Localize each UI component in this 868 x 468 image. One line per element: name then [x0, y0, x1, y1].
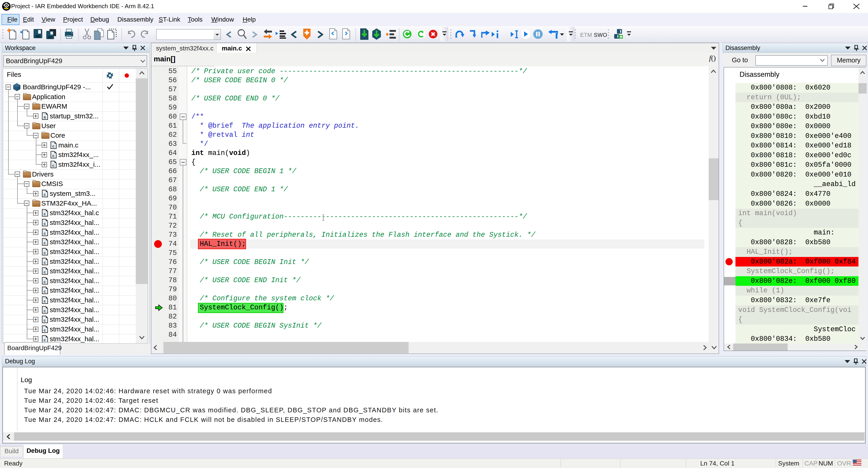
svg-text:c: c — [43, 251, 46, 255]
svg-text:c: c — [43, 241, 46, 245]
svg-text:c: c — [43, 319, 46, 323]
svg-text:c: c — [43, 328, 46, 332]
svg-text:c: c — [43, 280, 46, 284]
svg-text:c: c — [43, 193, 46, 197]
svg-text:c: c — [43, 222, 46, 226]
svg-text:a: a — [43, 115, 46, 119]
svg-text:c: c — [43, 338, 46, 342]
svg-text:c: c — [52, 164, 55, 168]
svg-text:c: c — [43, 289, 46, 294]
svg-text:c: c — [43, 299, 46, 303]
svg-text:c: c — [43, 212, 46, 216]
svg-text:c: c — [43, 309, 46, 313]
svg-text:c: c — [52, 154, 55, 158]
svg-text:c: c — [43, 261, 46, 265]
svg-text:c: c — [43, 270, 46, 274]
svg-text:c: c — [43, 232, 46, 236]
svg-text:c: c — [52, 144, 55, 149]
